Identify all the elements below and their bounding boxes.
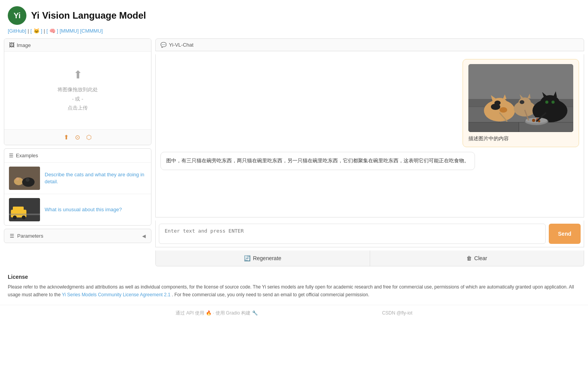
upload-line2: - 或 - (57, 94, 98, 103)
examples-icon: ☰ (9, 153, 14, 158)
examples-list: Describe the cats and what they are doin… (4, 162, 151, 225)
page-title: Yi Vision Language Model (31, 10, 146, 21)
ai-message-text: 图中，有三只猫在碗旁吃东西，两只猫在碗里吃东西，另一只猫在碗里吃东西，它们都聚集… (166, 157, 469, 165)
upload-line3: 点击上传 (57, 103, 98, 112)
action-buttons-row: 🔄 Regenerate 🗑 Clear (155, 250, 584, 266)
chat-tab-label: Yi-VL-Chat (169, 42, 193, 48)
params-collapse-icon: ◀ (142, 233, 146, 239)
license-heading: License (8, 273, 580, 281)
chat-input-row: Send (155, 221, 584, 247)
ai-message-bubble: 图中，有三只猫在碗旁吃东西，两只猫在碗里吃东西，另一只猫在碗里吃东西，它们都聚集… (160, 152, 475, 170)
page-header: Yi Yi Vision Language Model (0, 0, 588, 28)
image-toolbar: ⬆ ⊙ ⬡ (4, 129, 151, 145)
chat-icon: 💬 (160, 42, 167, 48)
example-thumb-1 (9, 167, 40, 190)
svg-point-32 (540, 95, 560, 111)
svg-point-9 (22, 216, 26, 219)
license-link[interactable]: Yi Series Models Community License Agree… (62, 292, 170, 297)
svg-point-8 (13, 216, 17, 219)
mmmu-link[interactable]: [MMMU] (59, 28, 78, 34)
regenerate-button[interactable]: 🔄 Regenerate (156, 250, 370, 266)
icon-link-2[interactable]: [ 🧠 ] (46, 28, 58, 34)
user-message-image (468, 64, 573, 132)
left-panel: 🖼 Image ⬆ 将图像拖放到此处 - 或 - 点击上传 ⬆ ⊙ ⬡ ☰ (4, 38, 155, 266)
svg-rect-0 (9, 167, 40, 190)
chat-panel-header: 💬 Yi-VL-Chat (155, 38, 584, 51)
example-text-2: What is unusual about this image? (45, 206, 122, 213)
svg-point-28 (520, 100, 524, 104)
icon-link-1[interactable]: [ 🐱 ] (30, 28, 42, 34)
clipboard-button[interactable]: ⬡ (86, 134, 92, 141)
svg-point-23 (494, 101, 501, 105)
svg-rect-17 (468, 122, 519, 132)
user-message-bubble: 描述图片中的内容 (463, 59, 579, 147)
brand-footer: CSDN @fly-iot (382, 310, 412, 316)
right-panel: 💬 Yi-VL-Chat (155, 38, 584, 266)
examples-panel: ☰ Examples Describe the cats and wha (4, 148, 151, 226)
svg-point-35 (545, 101, 548, 104)
footer-bar: 通过 API 使用 🔥 · 使用 Gradio 构建 🔧 CSDN @fly-i… (0, 305, 588, 321)
svg-point-36 (551, 101, 555, 104)
header-links: [GitHub] | [ 🐱 ] | [ 🧠 ] [MMMU] [CMMMU] (0, 28, 588, 38)
footer-text: 通过 API 使用 🔥 · 使用 Gradio 构建 🔧 (176, 310, 257, 316)
clear-button[interactable]: 🗑 Clear (370, 250, 584, 266)
example-item[interactable]: What is unusual about this image? (4, 194, 151, 225)
github-link[interactable]: [GitHub] (8, 28, 26, 34)
upload-icon: ⬆ (73, 68, 82, 81)
image-tab-label: Image (17, 42, 31, 48)
send-button[interactable]: Send (549, 224, 581, 244)
example-thumb-2 (9, 198, 40, 221)
regenerate-icon: 🔄 (244, 255, 251, 261)
image-icon: 🖼 (9, 42, 14, 48)
upload-line1: 将图像拖放到此处 (57, 85, 98, 94)
svg-point-22 (499, 107, 507, 113)
logo: Yi (8, 6, 26, 25)
image-upload-dropzone[interactable]: ⬆ 将图像拖放到此处 - 或 - 点击上传 (4, 52, 151, 129)
svg-point-39 (532, 119, 535, 122)
license-section: License Please refer to the acknowledgme… (0, 266, 588, 305)
user-message-text: 描述图片中的内容 (468, 135, 573, 142)
chat-input[interactable] (159, 224, 546, 244)
upload-button[interactable]: ⬆ (64, 134, 69, 141)
webcam-button[interactable]: ⊙ (75, 134, 80, 141)
examples-label: Examples (16, 153, 38, 158)
parameters-section[interactable]: ☰ Parameters ◀ (4, 229, 151, 243)
image-upload-panel: 🖼 Image ⬆ 将图像拖放到此处 - 或 - 点击上传 ⬆ ⊙ ⬡ (4, 38, 151, 145)
svg-point-3 (16, 177, 19, 181)
example-text-1: Describe the cats and what they are doin… (45, 171, 146, 185)
image-panel-header: 🖼 Image (4, 39, 151, 52)
license-body: Please refer to the acknowledgments and … (8, 283, 580, 298)
svg-rect-7 (13, 207, 24, 211)
example-item[interactable]: Describe the cats and what they are doin… (4, 162, 151, 194)
examples-header: ☰ Examples (4, 149, 151, 162)
params-label: ☰ Parameters (10, 233, 43, 239)
main-layout: 🖼 Image ⬆ 将图像拖放到此处 - 或 - 点击上传 ⬆ ⊙ ⬡ ☰ (0, 38, 588, 266)
params-icon: ☰ (10, 233, 14, 239)
cmmmu-link[interactable]: [CMMMU] (80, 28, 103, 34)
svg-rect-10 (9, 214, 40, 215)
svg-point-4 (26, 178, 30, 182)
chat-messages-area: 描述图片中的内容 图中，有三只猫在碗旁吃东西，两只猫在碗里吃东西，另一只猫在碗里… (155, 54, 584, 217)
trash-icon: 🗑 (466, 255, 472, 261)
